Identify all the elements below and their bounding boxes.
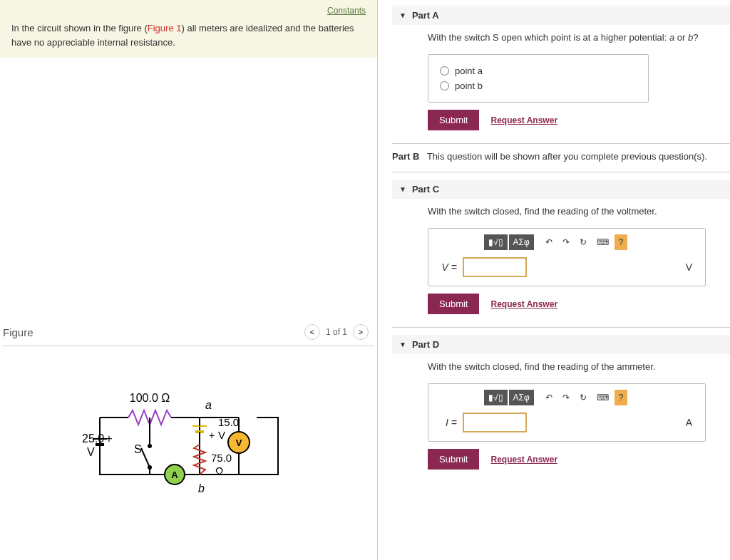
- constants-link[interactable]: Constants: [327, 6, 366, 16]
- undo-button[interactable]: ↶: [541, 234, 557, 250]
- reset-button[interactable]: ↻: [575, 390, 591, 405]
- svg-text:25.0+: 25.0+: [82, 432, 112, 445]
- chevron-down-icon: ▼: [399, 185, 406, 193]
- answer-input[interactable]: [463, 413, 527, 432]
- part-c-question: With the switch closed, find the reading…: [392, 199, 730, 224]
- help-button[interactable]: ?: [615, 234, 628, 250]
- svg-text:100.0 Ω: 100.0 Ω: [129, 392, 169, 404]
- unit-label: V: [686, 261, 696, 273]
- figure-prev-button[interactable]: <: [304, 324, 320, 340]
- reset-button[interactable]: ↻: [575, 234, 591, 250]
- greek-tool-button[interactable]: ΑΣφ: [509, 390, 534, 405]
- figure-next-button[interactable]: >: [353, 324, 369, 340]
- part-a-header[interactable]: ▼ Part A: [392, 6, 730, 25]
- undo-button[interactable]: ↶: [541, 390, 557, 405]
- svg-text:75.0: 75.0: [211, 452, 232, 464]
- submit-button[interactable]: Submit: [428, 449, 479, 470]
- part-b-locked: Part B This question will be shown after…: [392, 151, 730, 162]
- variable-label: V =: [437, 261, 457, 273]
- svg-text:A: A: [171, 470, 178, 480]
- svg-text:V: V: [87, 446, 95, 458]
- svg-text:a: a: [205, 399, 212, 411]
- answer-input[interactable]: [463, 257, 527, 277]
- chevron-down-icon: ▼: [399, 11, 406, 19]
- fraction-tool-button[interactable]: ▮√▯: [484, 390, 508, 405]
- svg-text:S: S: [134, 443, 142, 455]
- submit-button[interactable]: Submit: [428, 294, 479, 314]
- request-answer-link[interactable]: Request Answer: [490, 115, 557, 125]
- redo-button[interactable]: ↷: [558, 390, 574, 405]
- fraction-tool-button[interactable]: ▮√▯: [484, 234, 508, 250]
- figure-count: 1 of 1: [326, 327, 347, 337]
- figure-title: Figure: [3, 326, 34, 338]
- variable-label: I =: [437, 417, 457, 428]
- keyboard-button[interactable]: ⌨: [592, 234, 613, 250]
- svg-text:V: V: [218, 429, 225, 441]
- submit-button[interactable]: Submit: [428, 110, 479, 130]
- unit-label: A: [686, 417, 696, 428]
- request-answer-link[interactable]: Request Answer: [490, 299, 557, 309]
- svg-line-10: [141, 448, 150, 467]
- circuit-diagram: 100.0 Ω a 25.0+ V S A: [78, 368, 299, 510]
- greek-tool-button[interactable]: ΑΣφ: [509, 234, 534, 250]
- svg-text:b: b: [198, 482, 205, 494]
- chevron-down-icon: ▼: [399, 341, 406, 348]
- redo-button[interactable]: ↷: [558, 234, 574, 250]
- keyboard-button[interactable]: ⌨: [592, 390, 613, 405]
- problem-statement: In the circuit shown in the figure (Figu…: [11, 21, 366, 49]
- option-point-b[interactable]: point b: [440, 78, 637, 93]
- part-d-header[interactable]: ▼ Part D: [392, 335, 730, 354]
- svg-text:+: +: [209, 430, 215, 441]
- part-d-question: With the switch closed, find the reading…: [392, 354, 730, 379]
- svg-text:V: V: [235, 437, 242, 448]
- part-a-question: With the switch S open which point is at…: [392, 25, 730, 50]
- help-button[interactable]: ?: [615, 390, 628, 405]
- option-point-a[interactable]: point a: [440, 63, 637, 78]
- svg-text:Ω: Ω: [215, 465, 223, 477]
- request-answer-link[interactable]: Request Answer: [490, 455, 557, 465]
- figure-ref-link[interactable]: Figure 1: [148, 23, 182, 33]
- part-c-header[interactable]: ▼ Part C: [392, 180, 730, 199]
